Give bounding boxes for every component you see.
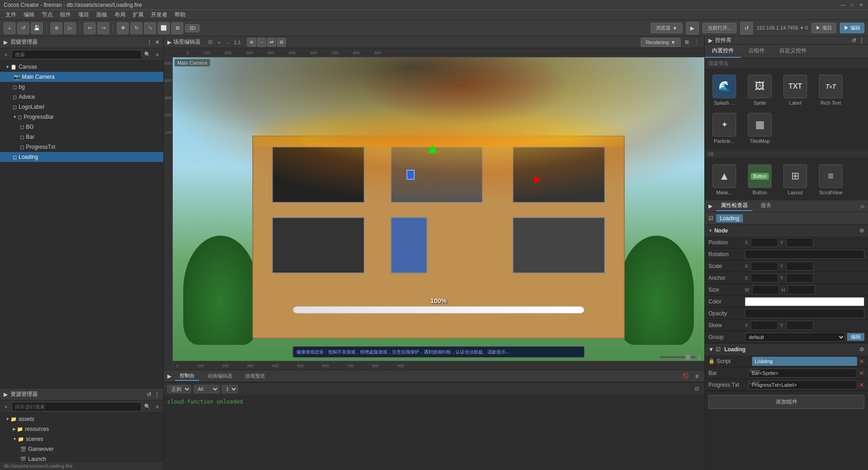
- hierarchy-collapse-icon[interactable]: ▶: [4, 39, 8, 45]
- console-expand-icon[interactable]: ⊡: [692, 385, 701, 393]
- redo-button[interactable]: ↪: [97, 22, 109, 34]
- pos-x-input[interactable]: 480: [751, 238, 778, 247]
- tree-item-main-camera[interactable]: 📷 Main Camera: [0, 72, 163, 82]
- scene-view[interactable]: 0 100 200 300 400 500 600 700 800 900 50…: [164, 48, 704, 370]
- group-edit-button[interactable]: 编辑: [847, 333, 864, 341]
- hierarchy-add-icon[interactable]: +: [2, 51, 10, 59]
- menu-component[interactable]: 组件: [56, 10, 75, 20]
- scale-tool[interactable]: ⤡: [144, 22, 156, 34]
- current-open-button[interactable]: 当前打开...: [702, 23, 737, 33]
- widget-richtext[interactable]: TxT Rich Text: [815, 73, 847, 107]
- hierarchy-search-input[interactable]: [12, 50, 141, 59]
- tree-item-progresstxt[interactable]: ◻ ProgressTxt: [0, 142, 163, 152]
- add-node-button[interactable]: +: [4, 22, 15, 34]
- tab-properties[interactable]: 属性检查器: [716, 201, 753, 211]
- project-button[interactable]: ▶ 项目: [812, 23, 836, 33]
- widget-label[interactable]: TXT Label: [779, 73, 811, 107]
- asset-filter-icon[interactable]: ≡: [153, 403, 161, 411]
- opacity-input[interactable]: 255: [745, 309, 864, 318]
- script-field[interactable]: Loading: [752, 357, 857, 366]
- hierarchy-search-icon[interactable]: 🔍: [143, 51, 151, 59]
- scene-tool-4[interactable]: ⊞: [277, 38, 286, 47]
- mode-3d-button[interactable]: 3D: [185, 24, 200, 32]
- console-filter-select[interactable]: All Error Warn: [194, 385, 219, 393]
- scale-y-input[interactable]: 1: [786, 262, 813, 271]
- menu-project[interactable]: 项目: [75, 10, 93, 20]
- add-component-button[interactable]: 添加组件: [708, 395, 864, 409]
- zoom-bar[interactable]: 1: [660, 354, 701, 360]
- asset-add-icon[interactable]: +: [2, 403, 10, 411]
- prop-collapse-icon[interactable]: ▶: [708, 203, 712, 209]
- console-level-select[interactable]: 正则 文本: [167, 385, 191, 393]
- tab-preview[interactable]: 游戏预览: [241, 372, 270, 380]
- tree-item-loading[interactable]: ◻ Loading: [0, 152, 163, 162]
- edit-button[interactable]: ▶ 编辑: [840, 23, 864, 33]
- progress-txt-remove-button[interactable]: ✕: [859, 381, 864, 389]
- asset-tree-resources[interactable]: ▶ 📁 resources: [0, 424, 163, 434]
- skew-x-input[interactable]: 0: [751, 321, 778, 330]
- hierarchy-filter-icon[interactable]: ≡: [153, 51, 161, 59]
- group-select[interactable]: default: [745, 333, 845, 342]
- asset-refresh-icon[interactable]: ↺: [147, 391, 151, 398]
- hierarchy-close-icon[interactable]: ✕: [155, 39, 160, 45]
- script-remove-button[interactable]: ✕: [859, 358, 864, 365]
- bar-field[interactable]: Bar<Sprite>: [748, 369, 857, 378]
- scene-zoom-fit[interactable]: ⊡: [206, 38, 214, 46]
- console-clear-icon[interactable]: 🚫: [682, 372, 690, 380]
- widget-collapse-icon[interactable]: ▶: [708, 37, 712, 44]
- anchor-y-input[interactable]: 0.5: [786, 273, 813, 283]
- hierarchy-more-icon[interactable]: ⋮: [147, 39, 152, 45]
- minimize-button[interactable]: —: [840, 2, 846, 8]
- asset-collapse-icon[interactable]: ▶: [4, 391, 8, 398]
- build-button[interactable]: ⊕: [50, 22, 62, 34]
- menu-node[interactable]: 节点: [38, 10, 56, 20]
- save-button[interactable]: 💾: [31, 22, 43, 34]
- asset-tree-launch[interactable]: 🎬 Launch: [0, 454, 163, 461]
- tab-cloud[interactable]: 云组件: [741, 45, 772, 58]
- zoom-thumb[interactable]: [685, 354, 691, 360]
- tree-item-progressbar[interactable]: ▼ ◻ ProgressBar: [0, 112, 163, 122]
- tree-item-canvas[interactable]: ▼ 📋 Canvas: [0, 62, 163, 72]
- scene-1-1[interactable]: 1:1: [233, 38, 241, 46]
- color-value[interactable]: [745, 297, 864, 306]
- menu-help[interactable]: 帮助: [171, 10, 189, 20]
- size-h-input[interactable]: 0: [788, 285, 815, 294]
- play-button[interactable]: ▶: [686, 22, 699, 35]
- menu-edit[interactable]: 编辑: [20, 10, 38, 20]
- widget-mask[interactable]: ▲ Mask...: [708, 162, 740, 197]
- size-w-input[interactable]: 0: [752, 285, 779, 294]
- zoom-slider[interactable]: [660, 356, 696, 358]
- menu-panel[interactable]: 面板: [93, 10, 111, 20]
- scale-x-input[interactable]: 1: [751, 262, 778, 271]
- tree-item-logolabel[interactable]: ◻ LogoLabel: [0, 102, 163, 112]
- anchor-x-input[interactable]: 0.5: [751, 273, 778, 283]
- tree-item-bg2[interactable]: ◻ BG: [0, 122, 163, 132]
- loading-checkbox[interactable]: ☑: [716, 346, 721, 353]
- loading-section-header[interactable]: ▼ ☑ Loading ⚙: [705, 344, 868, 355]
- asset-search-input[interactable]: [12, 402, 141, 411]
- tab-animation[interactable]: 动画编辑器: [203, 372, 237, 380]
- scene-collapse-icon[interactable]: ▶: [167, 39, 171, 45]
- close-button[interactable]: ✕: [858, 2, 864, 8]
- rect-tool[interactable]: ⬜: [158, 22, 170, 34]
- tree-item-bg[interactable]: ◻ bg: [0, 82, 163, 92]
- asset-tree-scenes[interactable]: ▼ 📁 scenes: [0, 434, 163, 444]
- progress-txt-field[interactable]: ProgressTxt<Label>: [748, 380, 857, 389]
- color-swatch[interactable]: [745, 297, 864, 306]
- tab-builtin[interactable]: 内置控件: [705, 45, 741, 58]
- widget-more-icon[interactable]: ⋮: [859, 37, 864, 44]
- widget-sprite[interactable]: 🖼 Sprite: [744, 73, 776, 107]
- console-pause-icon[interactable]: ⏸: [692, 372, 701, 380]
- maximize-button[interactable]: □: [849, 2, 855, 8]
- menu-developer[interactable]: 开发者: [147, 10, 171, 20]
- rendering-button[interactable]: Rendering ▼: [641, 38, 681, 47]
- tab-custom[interactable]: 自定义控件: [772, 45, 814, 58]
- tab-services[interactable]: 服务: [756, 201, 776, 211]
- asset-tree-gameover[interactable]: 🎬 Gameover: [0, 444, 163, 454]
- scene-gizmo-icon[interactable]: ⊠: [682, 38, 691, 46]
- scene-tool-2[interactable]: ↔: [257, 38, 266, 47]
- console-font-select[interactable]: 14 12 16: [222, 385, 238, 393]
- node-section-header[interactable]: ▼ Node ⚙: [705, 225, 868, 237]
- rotate-tool[interactable]: ↻: [130, 22, 142, 34]
- widget-splash[interactable]: 🌊 Splash ...: [708, 73, 740, 107]
